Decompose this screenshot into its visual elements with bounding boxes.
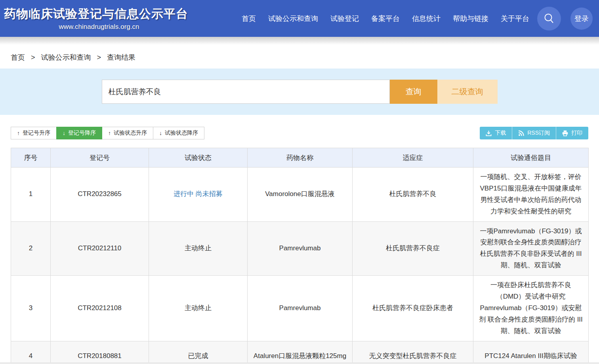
- arrow-up-icon: ↑: [17, 130, 20, 136]
- download-label: 下载: [495, 130, 506, 137]
- rss-icon: [518, 130, 524, 136]
- cell-drug: Pamrevlumab: [248, 276, 353, 341]
- nav-statistics[interactable]: 信息统计: [412, 14, 441, 23]
- cell-status: 主动终止: [149, 276, 248, 341]
- cell-index: 1: [11, 168, 51, 222]
- cell-drug: Vamorolone口服混悬液: [248, 168, 353, 222]
- arrow-up-icon: ↑: [108, 130, 111, 136]
- cell-status: 已完成: [149, 341, 248, 364]
- table-header-row: 序号 登记号 试验状态 药物名称 适应症 试验通俗题目: [11, 148, 589, 168]
- header-shadow: [0, 37, 599, 45]
- print-label: 打印: [571, 130, 582, 137]
- cell-indication: 无义突变型杜氏肌营养不良症: [353, 341, 473, 364]
- table-row: 1 CTR20232865 进行中 尚未招募 Vamorolone口服混悬液 杜…: [11, 168, 589, 222]
- col-header-index: 序号: [11, 148, 51, 168]
- cell-indication: 杜氏肌营养不良症卧床患者: [353, 276, 473, 341]
- site-logo[interactable]: 药物临床试验登记与信息公示平台 www.chinadrugtrials.org.…: [4, 6, 223, 31]
- footer-strip: [0, 362, 599, 364]
- breadcrumb-trial-search[interactable]: 试验公示和查询: [41, 53, 91, 61]
- cell-regno: CTR20212108: [51, 276, 149, 341]
- sort-label: 试验状态升序: [114, 130, 147, 137]
- sort-status-desc-button[interactable]: ↓ 试验状态降序: [153, 127, 204, 139]
- rss-button[interactable]: RSS订阅: [512, 127, 556, 139]
- col-header-title: 试验通俗题目: [473, 148, 589, 168]
- breadcrumb-home[interactable]: 首页: [11, 53, 25, 61]
- table-row: 3 CTR20212108 主动终止 Pamrevlumab 杜氏肌营养不良症卧…: [11, 276, 589, 341]
- cell-title: 一项在卧床杜氏肌营养不良（DMD）受试者中研究 Pamrevlumab（FG-3…: [473, 276, 589, 341]
- action-group: 下载 RSS订阅 打印: [480, 127, 588, 139]
- table-row: 4 CTR20180881 已完成 Ataluren口服混悬液颗粒125mg 无…: [11, 341, 589, 364]
- cell-regno: CTR20212110: [51, 221, 149, 276]
- sort-label: 登记号降序: [68, 130, 96, 137]
- rss-label: RSS订阅: [527, 130, 550, 137]
- cell-status: 进行中 尚未招募: [149, 168, 248, 222]
- arrow-down-icon: ↓: [159, 130, 162, 136]
- cell-indication: 杜氏肌营养不良: [353, 168, 473, 222]
- cell-index: 3: [11, 276, 51, 341]
- cell-title: 一项随机、交叉、开放标签，评价VBP15口服混悬液在中国健康成年男性受试者中单次…: [473, 168, 589, 222]
- query-button[interactable]: 查询: [390, 80, 437, 104]
- nav-home[interactable]: 首页: [242, 14, 256, 23]
- sort-status-asc-button[interactable]: ↑ 试验状态升序: [102, 127, 153, 139]
- col-header-regno: 登记号: [51, 148, 149, 168]
- secondary-query-button[interactable]: 二级查询: [437, 80, 498, 104]
- search-group: 查询 二级查询: [0, 80, 599, 104]
- breadcrumb: 首页 > 试验公示和查询 > 查询结果: [0, 45, 599, 69]
- cell-title: PTC124 Atarulen III期临床试验: [473, 341, 589, 364]
- download-icon: [486, 130, 492, 136]
- cell-regno: CTR20232865: [51, 168, 149, 222]
- page: 药物临床试验登记与信息公示平台 www.chinadrugtrials.org.…: [0, 0, 599, 364]
- nav-trial-search[interactable]: 试验公示和查询: [268, 14, 318, 23]
- header-search-button[interactable]: [537, 7, 561, 30]
- sort-group: ↑ 登记号升序 ↓ 登记号降序 ↑ 试验状态升序 ↓ 试验状态降序: [11, 127, 204, 139]
- site-url: www.chinadrugtrials.org.cn: [4, 23, 194, 31]
- breadcrumb-separator: >: [97, 53, 101, 61]
- sort-regno-desc-button[interactable]: ↓ 登记号降序: [56, 127, 102, 139]
- search-icon: [543, 13, 555, 25]
- cell-status: 主动终止: [149, 221, 248, 276]
- site-header: 药物临床试验登记与信息公示平台 www.chinadrugtrials.org.…: [0, 0, 599, 37]
- cell-indication: 杜氏肌营养不良症: [353, 221, 473, 276]
- search-section: 查询 二级查询: [0, 69, 599, 115]
- site-title: 药物临床试验登记与信息公示平台: [4, 6, 223, 22]
- results-toolbar: ↑ 登记号升序 ↓ 登记号降序 ↑ 试验状态升序 ↓ 试验状态降序: [11, 127, 588, 139]
- table-row: 2 CTR20212110 主动终止 Pamrevlumab 杜氏肌营养不良症 …: [11, 221, 589, 276]
- nav-trial-register[interactable]: 试验登记: [330, 14, 359, 23]
- nav-help-links[interactable]: 帮助与链接: [453, 14, 488, 23]
- cell-regno: CTR20180881: [51, 341, 149, 364]
- print-icon: [562, 130, 568, 136]
- cell-title: 一项Pamrevlumab（FG-3019）或安慰剂联合全身性皮质类固醇治疗杜氏…: [473, 221, 589, 276]
- breadcrumb-current: 查询结果: [107, 53, 135, 61]
- cell-drug: Ataluren口服混悬液颗粒125mg: [248, 341, 353, 364]
- col-header-indication: 适应症: [353, 148, 473, 168]
- print-button[interactable]: 打印: [556, 127, 588, 139]
- arrow-down-icon: ↓: [63, 130, 65, 136]
- sort-regno-asc-button[interactable]: ↑ 登记号升序: [11, 127, 57, 139]
- cell-drug: Pamrevlumab: [248, 221, 353, 276]
- cell-index: 2: [11, 221, 51, 276]
- login-label: 登录: [574, 14, 589, 23]
- col-header-status: 试验状态: [149, 148, 248, 168]
- search-input[interactable]: [102, 80, 390, 104]
- sort-label: 登记号升序: [23, 130, 50, 137]
- main-nav: 首页 试验公示和查询 试验登记 备案平台 信息统计 帮助与链接 关于平台: [242, 14, 529, 23]
- nav-filing-platform[interactable]: 备案平台: [371, 14, 400, 23]
- status-link[interactable]: 进行中 尚未招募: [174, 190, 223, 198]
- col-header-drug: 药物名称: [248, 148, 353, 168]
- cell-index: 4: [11, 341, 51, 364]
- sort-label: 试验状态降序: [165, 130, 198, 137]
- download-button[interactable]: 下载: [480, 127, 512, 139]
- login-button[interactable]: 登录: [570, 8, 593, 30]
- nav-about-platform[interactable]: 关于平台: [501, 14, 529, 23]
- results-table: 序号 登记号 试验状态 药物名称 适应症 试验通俗题目 1 CTR2023286…: [11, 148, 589, 364]
- breadcrumb-separator: >: [31, 53, 35, 61]
